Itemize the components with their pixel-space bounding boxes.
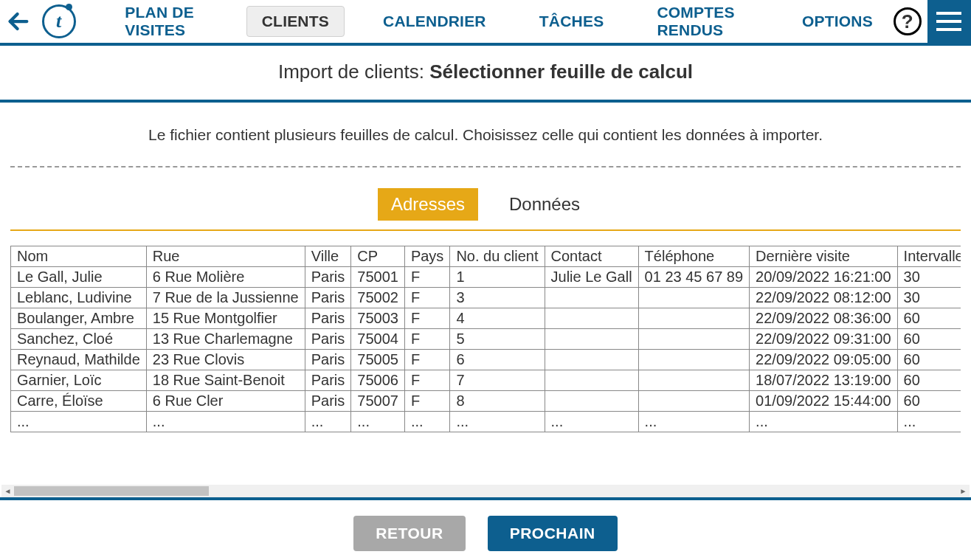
table-cell: ... [450, 412, 545, 432]
table-cell [638, 288, 749, 308]
table-cell: 60 [897, 308, 961, 329]
table-cell: 01 23 45 67 89 [638, 267, 749, 288]
main-nav: PLAN DE VISITESCLIENTSCALENDRIERTÂCHESCO… [80, 0, 888, 45]
horizontal-scrollbar[interactable]: ◄ ► [1, 485, 970, 497]
nav-item-plan-de-visites[interactable]: PLAN DE VISITES [110, 0, 222, 45]
table-cell: 4 [450, 308, 545, 329]
table-cell: Carre, Éloïse [11, 391, 147, 412]
col-header: Pays [404, 246, 449, 267]
table-row: Carre, Éloïse6 Rue ClerParis75007F801/09… [11, 391, 961, 412]
col-header: Intervalle [897, 246, 961, 267]
help-button[interactable]: ? [888, 7, 927, 35]
table-cell [545, 350, 638, 370]
table-cell: F [404, 308, 449, 329]
nav-item-options[interactable]: OPTIONS [787, 7, 888, 36]
app-logo: t [37, 4, 80, 38]
sheet-tab-données[interactable]: Données [496, 188, 593, 221]
table-cell: 15 Rue Montgolfier [146, 308, 305, 329]
preview-table: NomRueVilleCPPaysNo. du clientContactTél… [10, 246, 961, 432]
table-row: .............................. [11, 412, 961, 432]
table-cell: 1 [450, 267, 545, 288]
page-title-bold: Sélectionner feuille de calcul [429, 61, 693, 83]
instruction-text: Le fichier contient plusieurs feuilles d… [10, 103, 961, 166]
table-cell: 7 Rue de la Jussienne [146, 288, 305, 308]
table-cell: ... [11, 412, 147, 432]
col-header: Contact [545, 246, 638, 267]
table-cell: 13 Rue Charlemagne [146, 329, 305, 350]
table-cell: Garnier, Loïc [11, 370, 147, 391]
table-cell: F [404, 288, 449, 308]
table-cell: 3 [450, 288, 545, 308]
table-cell [545, 391, 638, 412]
scroll-thumb[interactable] [14, 486, 209, 496]
nav-item-clients[interactable]: CLIENTS [246, 6, 345, 37]
table-cell: 20/09/2022 16:21:00 [750, 267, 898, 288]
hamburger-icon [936, 12, 961, 15]
table-cell [638, 350, 749, 370]
table-cell: 75005 [351, 350, 405, 370]
page-title: Import de clients: Sélectionner feuille … [0, 46, 971, 103]
scroll-track[interactable] [14, 485, 957, 497]
table-cell: Julie Le Gall [545, 267, 638, 288]
table-cell: ... [351, 412, 405, 432]
table-cell [638, 308, 749, 329]
scroll-right-icon[interactable]: ► [957, 485, 970, 497]
col-header: Téléphone [638, 246, 749, 267]
nav-item-calendrier[interactable]: CALENDRIER [368, 7, 501, 36]
table-cell: 22/09/2022 09:05:00 [750, 350, 898, 370]
table-cell: F [404, 267, 449, 288]
nav-item-tâches[interactable]: TÂCHES [525, 7, 619, 36]
table-row: Boulanger, Ambre15 Rue MontgolfierParis7… [11, 308, 961, 329]
table-cell: 60 [897, 350, 961, 370]
table-cell: 6 [450, 350, 545, 370]
table-header-row: NomRueVilleCPPaysNo. du clientContactTél… [11, 246, 961, 267]
table-cell: 23 Rue Clovis [146, 350, 305, 370]
table-cell: 75004 [351, 329, 405, 350]
table-row: Reynaud, Mathilde23 Rue ClovisParis75005… [11, 350, 961, 370]
table-cell: 30 [897, 267, 961, 288]
table-cell: 6 Rue Molière [146, 267, 305, 288]
table-cell: ... [305, 412, 351, 432]
col-header: Ville [305, 246, 351, 267]
table-cell: Reynaud, Mathilde [11, 350, 147, 370]
col-header: No. du client [450, 246, 545, 267]
page-title-prefix: Import de clients: [278, 61, 429, 83]
nav-item-comptes-rendus[interactable]: COMPTES RENDUS [642, 0, 763, 45]
table-cell: ... [146, 412, 305, 432]
table-row: Leblanc, Ludivine7 Rue de la JussiennePa… [11, 288, 961, 308]
table-cell: F [404, 350, 449, 370]
table-cell [545, 329, 638, 350]
table-cell: 22/09/2022 08:12:00 [750, 288, 898, 308]
table-body: Le Gall, Julie6 Rue MolièreParis75001F1J… [11, 267, 961, 432]
table-cell [545, 308, 638, 329]
table-cell: 18 Rue Saint-Benoit [146, 370, 305, 391]
scroll-left-icon[interactable]: ◄ [1, 485, 14, 497]
table-cell: Le Gall, Julie [11, 267, 147, 288]
menu-button[interactable] [927, 0, 971, 44]
table-row: Sanchez, Cloé13 Rue CharlemagneParis7500… [11, 329, 961, 350]
table-cell: 8 [450, 391, 545, 412]
table-cell: Paris [305, 267, 351, 288]
table-cell: 22/09/2022 08:36:00 [750, 308, 898, 329]
content-scroll[interactable]: Le fichier contient plusieurs feuilles d… [0, 103, 971, 497]
table-cell: 60 [897, 370, 961, 391]
divider-solid [10, 229, 961, 231]
table-cell: 18/07/2022 13:19:00 [750, 370, 898, 391]
table-cell: Paris [305, 329, 351, 350]
sheet-tab-adresses[interactable]: Adresses [378, 188, 478, 221]
table-row: Le Gall, Julie6 Rue MolièreParis75001F1J… [11, 267, 961, 288]
table-cell [638, 329, 749, 350]
next-button[interactable]: PROCHAIN [488, 516, 618, 551]
table-cell: 01/09/2022 15:44:00 [750, 391, 898, 412]
back-button-footer[interactable]: RETOUR [353, 516, 465, 551]
table-cell: Paris [305, 370, 351, 391]
table-cell: Paris [305, 391, 351, 412]
footer: RETOUR PROCHAIN [0, 497, 971, 560]
table-cell [638, 391, 749, 412]
back-button[interactable] [0, 9, 37, 34]
table-cell: Paris [305, 308, 351, 329]
table-cell [638, 370, 749, 391]
col-header: Nom [11, 246, 147, 267]
table-cell: 60 [897, 329, 961, 350]
table-cell: ... [750, 412, 898, 432]
